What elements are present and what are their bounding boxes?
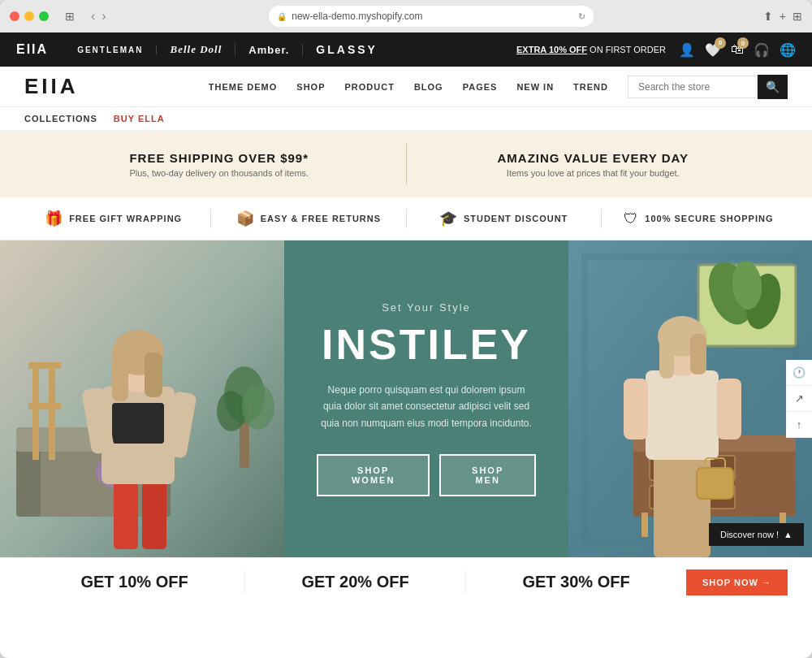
hero-right-panel: Discover now ! ▲ bbox=[568, 240, 812, 557]
shipping-title: FREE SHIPPING OVER $99* bbox=[49, 151, 390, 165]
top-promo: EXTRA 10% OFF ON FIRST ORDER bbox=[516, 45, 666, 54]
strip-title-2: GET 20% OFF bbox=[301, 573, 408, 591]
search-input[interactable] bbox=[628, 76, 758, 98]
nav-product[interactable]: PRODUCT bbox=[345, 82, 395, 92]
svg-point-10 bbox=[242, 384, 274, 430]
grid-button[interactable]: ⊞ bbox=[793, 10, 802, 23]
brand-gentleman[interactable]: GENTLEMAN bbox=[64, 45, 157, 54]
bottom-strip: GET 10% OFF GET 20% OFF GET 30% OFF SHOP… bbox=[0, 557, 812, 606]
returns-icon: 📦 bbox=[236, 210, 254, 227]
url-text: new-ella-demo.myshopify.com bbox=[292, 11, 422, 22]
globe-icon[interactable]: 🌐 bbox=[780, 42, 796, 58]
hero-desc: Neque porro quisquam est qui dolorem ips… bbox=[321, 382, 532, 431]
feature-student: 🎓 STUDENT DISCOUNT bbox=[407, 210, 601, 227]
share-button[interactable]: ⬆ bbox=[763, 10, 773, 23]
browser-window-buttons: ⊞ bbox=[62, 8, 78, 24]
nav-blog[interactable]: BLOG bbox=[414, 82, 443, 92]
shop-men-button[interactable]: SHOP MEN bbox=[439, 454, 536, 496]
secure-text: 100% SECURE SHOPPING bbox=[645, 214, 773, 223]
svg-rect-43 bbox=[624, 379, 648, 439]
svg-rect-24 bbox=[145, 353, 162, 397]
main-nav: EIIA THEME DEMO SHOP PRODUCT BLOG PAGES … bbox=[0, 67, 812, 107]
nav-trend[interactable]: TREND bbox=[573, 82, 608, 92]
nav-buy-ella[interactable]: BUY ELLA bbox=[114, 114, 165, 123]
value-sub: Items you love at prices that fit your b… bbox=[423, 168, 764, 178]
svg-rect-14 bbox=[28, 403, 61, 409]
website: EIIA GENTLEMAN Belle Doll Amber. GLASSY … bbox=[0, 32, 812, 658]
svg-rect-11 bbox=[32, 362, 39, 460]
promo-value: AMAZING VALUE EVERY DAY Items you love a… bbox=[407, 151, 780, 178]
hero-left-panel bbox=[0, 240, 284, 557]
headphone-icon[interactable]: 🎧 bbox=[754, 42, 770, 58]
close-dot[interactable] bbox=[10, 11, 19, 21]
scroll-top-button[interactable]: ↑ bbox=[786, 412, 812, 438]
gift-icon: 🎁 bbox=[45, 210, 63, 227]
search-button[interactable]: 🔍 bbox=[758, 75, 788, 99]
nav-collections[interactable]: COLLECTIONS bbox=[24, 114, 97, 123]
maximize-dot[interactable] bbox=[39, 11, 49, 21]
forward-button[interactable]: › bbox=[102, 9, 106, 24]
topbar-logo: EIIA bbox=[16, 42, 48, 57]
nav-links: THEME DEMO SHOP PRODUCT BLOG PAGES NEW I… bbox=[209, 82, 608, 92]
history-button[interactable]: 🕐 bbox=[786, 360, 812, 386]
strip-item-2: GET 20% OFF bbox=[245, 573, 465, 591]
shop-women-button[interactable]: SHOP WOMEN bbox=[317, 454, 430, 496]
nav-pages[interactable]: PAGES bbox=[463, 82, 498, 92]
hero-subtitle: Set Your Style bbox=[382, 301, 471, 314]
returns-text: EASY & FREE RETURNS bbox=[261, 214, 381, 223]
sidebar-float: 🕐 ↗ ↑ bbox=[786, 360, 812, 438]
share-float-button[interactable]: ↗ bbox=[786, 386, 812, 412]
grid-view-button[interactable]: ⊞ bbox=[62, 8, 78, 24]
hero-buttons: SHOP WOMEN SHOP MEN bbox=[317, 454, 536, 496]
svg-rect-44 bbox=[717, 379, 741, 439]
svg-rect-49 bbox=[659, 334, 674, 379]
brand-belle-doll[interactable]: Belle Doll bbox=[157, 43, 235, 56]
nav-theme-demo[interactable]: THEME DEMO bbox=[209, 82, 278, 92]
svg-rect-12 bbox=[49, 362, 55, 460]
top-icons: 👤 🤍 0 🛍 0 🎧 🌐 bbox=[679, 42, 796, 58]
brand-links: GENTLEMAN Belle Doll Amber. GLASSY bbox=[64, 43, 516, 56]
discover-arrow: ▲ bbox=[784, 530, 793, 539]
search-bar: 🔍 bbox=[628, 75, 788, 99]
new-tab-button[interactable]: + bbox=[780, 10, 786, 23]
feature-gift: 🎁 FREE GIFT WRAPPING bbox=[16, 210, 210, 227]
promo-highlight: EXTRA 10% OFF bbox=[516, 45, 587, 54]
wishlist-icon[interactable]: 🤍 0 bbox=[705, 42, 721, 58]
svg-rect-18 bbox=[112, 403, 164, 444]
promo-banner: FREE SHIPPING OVER $99* Plus, two-day de… bbox=[0, 131, 812, 197]
strip-item-1: GET 10% OFF bbox=[24, 573, 244, 591]
cart-icon[interactable]: 🛍 0 bbox=[731, 42, 744, 57]
secondary-nav: COLLECTIONS BUY ELLA bbox=[0, 107, 812, 131]
wishlist-badge: 0 bbox=[715, 37, 726, 49]
refresh-icon[interactable]: ↻ bbox=[578, 11, 585, 22]
cart-badge: 0 bbox=[737, 37, 749, 49]
addressbar-wrap: 🔒 new-ella-demo.myshopify.com ↻ bbox=[113, 6, 750, 27]
strip-item-3: GET 30% OFF bbox=[466, 573, 686, 591]
user-icon[interactable]: 👤 bbox=[679, 42, 695, 58]
feature-secure: 🛡 100% SECURE SHOPPING bbox=[602, 210, 796, 227]
strip-cta-button[interactable]: SHOP NOW → bbox=[686, 569, 788, 595]
brand-glassy[interactable]: GLASSY bbox=[303, 43, 391, 56]
hero-section: Set Your Style INSTILEY Neque porro quis… bbox=[0, 240, 812, 557]
minimize-dot[interactable] bbox=[24, 11, 34, 21]
brand-amber[interactable]: Amber. bbox=[235, 44, 303, 56]
discover-button[interactable]: Discover now ! ▲ bbox=[709, 523, 804, 546]
promo-text: ON FIRST ORDER bbox=[590, 45, 666, 54]
hero-right-image bbox=[568, 240, 812, 557]
svg-rect-39 bbox=[641, 513, 648, 537]
secure-icon: 🛡 bbox=[624, 210, 638, 227]
gift-text: FREE GIFT WRAPPING bbox=[69, 214, 182, 223]
shipping-sub: Plus, two-day delivery on thousands of i… bbox=[49, 168, 390, 178]
promo-shipping: FREE SHIPPING OVER $99* Plus, two-day de… bbox=[32, 151, 406, 178]
address-bar[interactable]: 🔒 new-ella-demo.myshopify.com ↻ bbox=[269, 6, 594, 27]
nav-new-in[interactable]: NEW IN bbox=[516, 82, 554, 92]
back-button[interactable]: ‹ bbox=[91, 9, 95, 24]
strip-title-3: GET 30% OFF bbox=[522, 573, 629, 591]
top-bar: EIIA GENTLEMAN Belle Doll Amber. GLASSY … bbox=[0, 32, 812, 67]
lock-icon: 🔒 bbox=[277, 12, 287, 21]
nav-shop[interactable]: SHOP bbox=[296, 82, 325, 92]
browser-titlebar: ⊞ ‹ › 🔒 new-ella-demo.myshopify.com ↻ ⬆ … bbox=[0, 0, 812, 32]
hero-center-panel: Set Your Style INSTILEY Neque porro quis… bbox=[284, 240, 568, 557]
svg-rect-42 bbox=[646, 370, 719, 460]
svg-rect-23 bbox=[112, 353, 128, 401]
